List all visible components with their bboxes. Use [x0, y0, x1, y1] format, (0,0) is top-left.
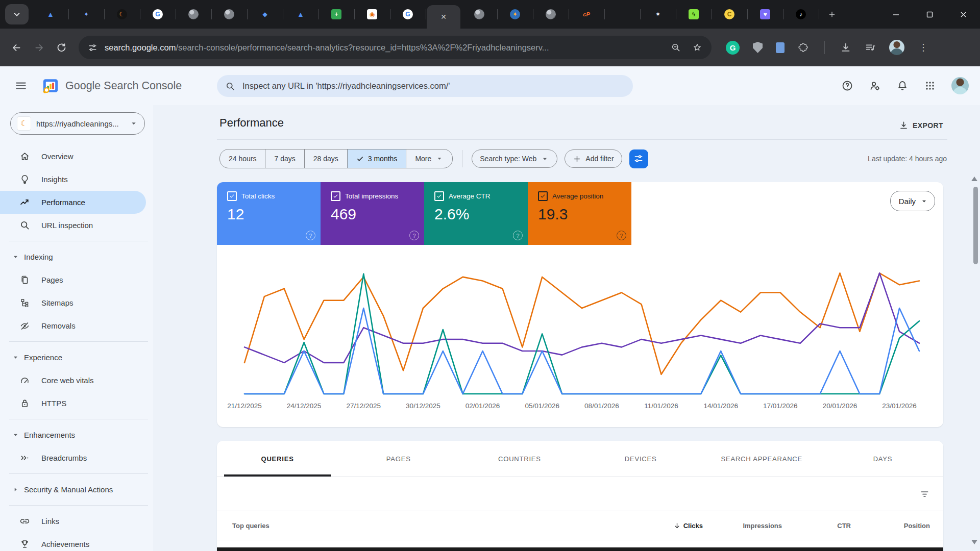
active-tab[interactable]: ✕ — [427, 5, 460, 29]
range-chip-24-hours[interactable]: 24 hours — [220, 149, 265, 168]
scrollbar-down-arrow[interactable] — [971, 540, 977, 544]
bookmark-star-icon[interactable] — [692, 42, 702, 53]
scrollbar-up-arrow[interactable] — [971, 177, 977, 181]
browser-tab[interactable]: G — [140, 6, 176, 23]
sidebar-item-pages[interactable]: Pages — [0, 268, 153, 291]
tab-devices[interactable]: DEVICES — [580, 441, 701, 477]
account-avatar[interactable] — [951, 77, 969, 94]
reload-button[interactable] — [50, 36, 72, 59]
sidebar-item-core-web-vitals[interactable]: Core web vitals — [0, 369, 153, 392]
export-button[interactable]: EXPORT — [899, 120, 943, 130]
sidebar-group-security-manual-actions[interactable]: Security & Manual Actions — [0, 478, 153, 501]
sidebar-item-achievements[interactable]: Achievements — [0, 533, 153, 551]
browser-tab[interactable]: ♪ — [783, 6, 819, 23]
back-button[interactable] — [5, 36, 28, 59]
browser-tab[interactable]: + — [318, 6, 354, 23]
metric-tile-total-clicks[interactable]: Total clicks12? — [217, 182, 321, 245]
browser-tab[interactable]: G — [390, 6, 426, 23]
filter-list-icon[interactable] — [919, 489, 930, 499]
extensions-puzzle-icon[interactable] — [798, 42, 809, 53]
sidebar-group-enhancements[interactable]: Enhancements — [0, 423, 153, 446]
sidebar-item-performance[interactable]: Performance — [0, 191, 146, 214]
shield-extension-icon[interactable] — [753, 42, 763, 53]
sidebar-item-overview[interactable]: Overview — [0, 145, 153, 168]
close-window-button[interactable] — [946, 0, 980, 29]
range-chip-7-days[interactable]: 7 days — [265, 149, 304, 168]
column-header-ctr[interactable]: CTR — [782, 522, 851, 530]
url-text[interactable]: search.google.com/search-console/perform… — [105, 43, 549, 53]
property-selector[interactable]: ☾ https://riyadhcleanings... — [10, 112, 145, 135]
metric-tile-average-position[interactable]: Average position19.3? — [528, 182, 631, 245]
tab-days[interactable]: DAYS — [822, 441, 943, 477]
browser-tab[interactable]: C — [712, 6, 747, 23]
browser-tab[interactable]: ◆ — [247, 6, 283, 23]
maximize-button[interactable] — [913, 0, 946, 29]
sidebar-item-links[interactable]: Links — [0, 510, 153, 533]
browser-tab[interactable]: cP — [569, 6, 604, 23]
table-first-column-header[interactable]: Top queries — [232, 522, 270, 530]
metric-checkbox[interactable] — [227, 191, 237, 201]
range-chip-3-months[interactable]: 3 months — [347, 149, 406, 168]
metric-tile-total-impressions[interactable]: Total impressions469? — [321, 182, 424, 245]
column-header-clicks[interactable]: Clicks — [642, 522, 703, 530]
zoom-icon[interactable] — [671, 42, 681, 53]
range-chip-28-days[interactable]: 28 days — [304, 149, 347, 168]
help-icon[interactable] — [841, 80, 853, 92]
browser-tab[interactable] — [461, 6, 497, 23]
url-inspect-search[interactable]: Inspect any URL in 'https://riyadhcleani… — [217, 75, 633, 97]
metric-help-icon[interactable]: ? — [306, 231, 315, 240]
sidebar-group-experience[interactable]: Experience — [0, 346, 153, 369]
metric-help-icon[interactable]: ? — [617, 231, 626, 240]
browser-profile-avatar[interactable] — [889, 40, 904, 55]
tab-search-appearance[interactable]: SEARCH APPEARANCE — [701, 441, 822, 477]
browser-tab[interactable] — [533, 6, 569, 23]
browser-tab[interactable]: ✶ — [640, 6, 676, 23]
scrollbar-thumb[interactable] — [973, 187, 978, 264]
browser-tab[interactable]: ◉ — [354, 6, 390, 23]
site-settings-icon[interactable] — [88, 43, 97, 53]
downloads-icon[interactable] — [840, 42, 851, 53]
google-apps-grid-icon[interactable] — [924, 80, 936, 92]
browser-tab[interactable] — [211, 6, 247, 23]
search-type-chip[interactable]: Search type: Web — [472, 149, 557, 168]
browser-tab[interactable]: ♥ — [747, 6, 783, 23]
browser-tab[interactable] — [604, 6, 640, 23]
compare-filter-button[interactable] — [629, 149, 648, 168]
browser-tab[interactable]: ☾ — [104, 6, 140, 23]
metric-tile-average-ctr[interactable]: Average CTR2.6%? — [424, 182, 528, 245]
browser-tab[interactable]: ✦ — [497, 6, 533, 23]
browser-tab[interactable] — [176, 6, 211, 23]
grammarly-extension-icon[interactable]: G — [726, 41, 740, 55]
range-chip-more[interactable]: More — [406, 149, 452, 168]
media-playlist-icon[interactable] — [865, 42, 876, 53]
close-tab-icon[interactable]: ✕ — [440, 13, 447, 21]
browser-tab[interactable]: ✦ — [68, 6, 104, 23]
sidebar-item-url-inspection[interactable]: URL inspection — [0, 214, 153, 237]
forward-button[interactable] — [28, 36, 50, 59]
metric-checkbox[interactable] — [331, 191, 340, 201]
tab-search-chevron-button[interactable] — [5, 4, 29, 24]
metric-checkbox[interactable] — [434, 191, 444, 201]
tab-pages[interactable]: PAGES — [338, 441, 459, 477]
sidebar-item-removals[interactable]: Removals — [0, 314, 153, 337]
metric-help-icon[interactable]: ? — [409, 231, 419, 240]
notifications-bell-icon[interactable] — [896, 80, 909, 92]
sidebar-item-insights[interactable]: Insights — [0, 168, 153, 191]
browser-tab[interactable]: ▲ — [33, 6, 68, 23]
metric-help-icon[interactable]: ? — [513, 231, 523, 240]
tab-countries[interactable]: COUNTRIES — [459, 441, 580, 477]
browser-tab[interactable]: ▲ — [283, 6, 318, 23]
column-header-impressions[interactable]: Impressions — [703, 522, 782, 530]
column-header-position[interactable]: Position — [851, 522, 930, 530]
hamburger-menu-icon[interactable] — [14, 79, 28, 92]
add-filter-chip[interactable]: Add filter — [565, 149, 622, 168]
new-tab-button[interactable] — [822, 4, 842, 24]
browser-menu-icon[interactable]: ⋮ — [919, 42, 928, 53]
browser-tab[interactable]: ϟ — [676, 6, 712, 23]
granularity-dropdown[interactable]: Daily — [890, 191, 935, 211]
sidebar-item-sitemaps[interactable]: Sitemaps — [0, 291, 153, 314]
minimize-button[interactable] — [879, 0, 913, 29]
sidebar-item-https[interactable]: HTTPS — [0, 392, 153, 415]
sidebar-item-breadcrumbs[interactable]: Breadcrumbs — [0, 446, 153, 469]
metric-checkbox[interactable] — [538, 191, 548, 201]
